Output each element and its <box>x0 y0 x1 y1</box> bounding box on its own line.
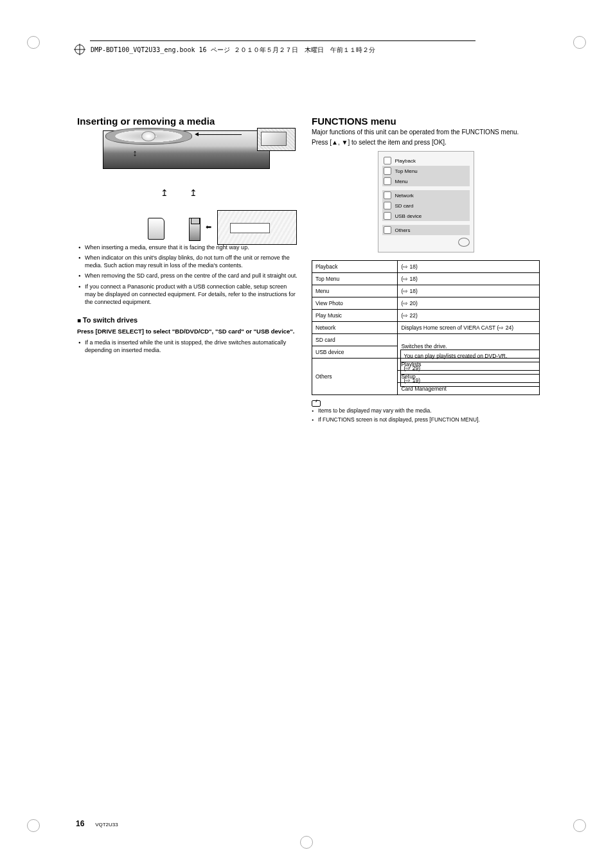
reg-mark-icon <box>573 36 586 49</box>
table-cell: Menu <box>312 285 398 297</box>
bullet-item: When removing the SD card, press on the … <box>78 272 299 279</box>
table-cell: (⇨ 18) <box>398 273 540 285</box>
table-cell: SD card <box>312 334 398 346</box>
menu-item: USB device <box>382 211 470 221</box>
usb-stick-icon <box>189 218 200 241</box>
others-icon <box>384 226 391 234</box>
insert-media-diagram: ↕ ↥ ↥ ⬅ <box>77 128 296 237</box>
notice-line: Items to be displayed may vary with the … <box>312 407 540 415</box>
menu-item: Menu <box>382 176 470 186</box>
table-cell: (⇨ 29) <box>400 362 540 375</box>
sub-instruction: Press [DRIVE SELECT] to select "BD/DVD/C… <box>77 328 299 336</box>
table-cell: View Photo <box>312 297 398 310</box>
reg-mark-icon <box>27 819 40 832</box>
note-icon <box>312 400 321 407</box>
section-title-right: FUNCTIONS menu <box>312 116 540 127</box>
topmenu-icon <box>384 167 391 175</box>
menu-item: Playback <box>382 155 470 166</box>
sd-icon <box>384 202 391 209</box>
subheading-switch-drives: To switch drives <box>77 316 299 324</box>
table-cell: You can play playlists created on DVD-VR… <box>400 350 540 362</box>
menu-item: Network <box>382 190 470 200</box>
hairline <box>90 40 475 41</box>
logo-icon <box>458 238 470 247</box>
table-cell: (⇨ 22) <box>398 310 540 322</box>
bullet-item: If a media is inserted while the unit is… <box>78 339 299 354</box>
network-icon <box>384 191 391 199</box>
usb-icon <box>384 212 391 220</box>
table-cell: Play Music <box>312 310 398 322</box>
page-footer: 16 VQT2U33 <box>76 819 118 828</box>
menu-icon <box>384 177 391 185</box>
arrow-left-icon: ⬅ <box>206 223 211 231</box>
target-icon <box>74 44 85 57</box>
section-title-left: Inserting or removing a media <box>77 116 299 127</box>
menu-item: Top Menu <box>382 166 470 176</box>
page-number: 16 <box>76 819 84 828</box>
menu-item: Others <box>382 225 470 235</box>
table-cell: Displays Home screen of VIERA CAST (⇨ 24… <box>398 322 540 334</box>
file-header-text: DMP-BDT100_VQT2U33_eng.book 16 ページ ２０１０年… <box>91 46 375 55</box>
functions-menu-desc: Major functions of this unit can be oper… <box>312 128 540 137</box>
left-bullet-list: When inserting a media, ensure that it i… <box>77 244 299 306</box>
bullet-item: When inserting a media, ensure that it i… <box>78 244 299 251</box>
reg-mark-icon <box>300 836 313 849</box>
playback-icon <box>384 157 391 164</box>
functions-reference-table-overlay: You can play playlists created on DVD-VR… <box>312 350 540 387</box>
notice-line: If FUNCTIONS screen is not displayed, pr… <box>312 416 540 424</box>
table-cell: (⇨ 18) <box>398 261 540 273</box>
doc-code: VQT2U33 <box>95 822 118 828</box>
menu-item: SD card <box>382 200 470 211</box>
reg-mark-icon <box>573 819 586 832</box>
table-cell: Top Menu <box>312 273 398 285</box>
table-cell: Playback <box>312 261 398 273</box>
sd-card-icon <box>148 218 164 240</box>
bullet-item: If you connect a Panasonic product with … <box>78 283 299 306</box>
table-cell: (⇨ 20) <box>398 297 540 310</box>
functions-menu-instr: Press [▲, ▼] to select the item and pres… <box>312 138 540 147</box>
bullet-item: When indicator on this unit's display bl… <box>78 254 299 269</box>
table-cell: (⇨ 18) <box>398 285 540 297</box>
reg-mark-icon <box>27 36 40 49</box>
menu-screenshot: Playback Top Menu Menu Network SD card U… <box>378 151 474 252</box>
table-cell: (⇨ 19) <box>400 375 540 387</box>
running-header: DMP-BDT100_VQT2U33_eng.book 16 ページ ２０１０年… <box>74 44 375 57</box>
notice-block: Items to be displayed may vary with the … <box>312 400 540 424</box>
table-cell: Network <box>312 322 398 334</box>
